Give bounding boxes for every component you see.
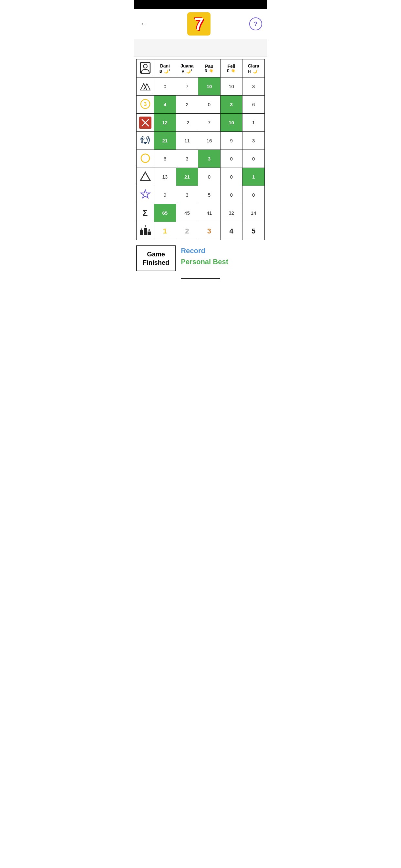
- coin-dani: 4: [154, 96, 176, 114]
- svg-rect-16: [140, 230, 143, 235]
- circle-dani: 6: [154, 150, 176, 168]
- rank-clara: 5: [243, 222, 265, 240]
- game-finished-label: GameFinished: [143, 250, 169, 267]
- svg-rect-17: [148, 231, 151, 235]
- pau-name: Pau: [199, 64, 220, 69]
- clara-info: H 🌙+: [243, 68, 264, 73]
- table-row: 9 3 5 0 0: [136, 186, 265, 204]
- sword-juana: -2: [176, 114, 198, 132]
- circle-feli: 0: [220, 150, 243, 168]
- score-table: Dani B 🌙+ Juana A 🌙+ Pau R ☀️ Feli E ☀️ …: [136, 59, 265, 240]
- laurel-dani: 21: [154, 132, 176, 150]
- juana-name: Juana: [177, 63, 197, 68]
- feli-info: E ☀️: [221, 69, 242, 73]
- sword-clara: 1: [243, 114, 265, 132]
- footer: GameFinished Record Personal Best: [134, 240, 267, 274]
- ad-banner: [134, 39, 267, 57]
- sigma-feli: 32: [220, 204, 243, 222]
- header-icon-col: [136, 59, 154, 78]
- triangle-clara: 1: [243, 168, 265, 186]
- tent-juana: 7: [176, 78, 198, 96]
- svg-marker-14: [141, 190, 150, 198]
- sword-feli: 10: [220, 114, 243, 132]
- laurel-juana: 11: [176, 132, 198, 150]
- clara-name: Clara: [243, 63, 264, 68]
- home-indicator: [181, 278, 220, 279]
- rank-pau: 3: [198, 222, 220, 240]
- footer-labels: Record Personal Best: [181, 245, 228, 266]
- sigma-clara: 14: [243, 204, 265, 222]
- svg-rect-15: [144, 228, 147, 235]
- laurel-clara: 3: [243, 132, 265, 150]
- svg-point-10: [141, 136, 145, 140]
- table-header-row: Dani B 🌙+ Juana A 🌙+ Pau R ☀️ Feli E ☀️ …: [136, 59, 265, 78]
- tent-icon-cell: [136, 78, 154, 96]
- star-icon-cell: [136, 186, 154, 204]
- laurel-feli: 9: [220, 132, 243, 150]
- rank-dani: 1: [154, 222, 176, 240]
- sigma-icon-cell: Σ: [136, 204, 154, 222]
- app-logo: 7: [187, 12, 211, 35]
- svg-text:3: 3: [144, 101, 147, 107]
- coin-feli: 3: [220, 96, 243, 114]
- star-clara: 0: [243, 186, 265, 204]
- game-finished-box: GameFinished: [136, 245, 176, 271]
- table-row: 3 4 2 0 3 6: [136, 96, 265, 114]
- circle-pau: 3: [198, 150, 220, 168]
- star-feli: 0: [220, 186, 243, 204]
- triangle-feli: 0: [220, 168, 243, 186]
- svg-point-12: [141, 154, 150, 162]
- triangle-pau: 0: [198, 168, 220, 186]
- table-row: 21 11 16 9 3: [136, 132, 265, 150]
- dani-info: B 🌙+: [155, 68, 175, 73]
- table-row: 0 7 10 10 3: [136, 78, 265, 96]
- svg-marker-13: [141, 172, 150, 181]
- personal-best-label: Personal Best: [181, 258, 228, 266]
- header-feli: Feli E ☀️: [220, 59, 243, 78]
- sword-dani: 12: [154, 114, 176, 132]
- feli-name: Feli: [221, 64, 242, 69]
- svg-marker-2: [141, 84, 147, 90]
- circle-juana: 3: [176, 150, 198, 168]
- circle-icon-cell: [136, 150, 154, 168]
- laurel-icon-cell: [136, 132, 154, 150]
- logo-number: 7: [194, 16, 204, 32]
- laurel-pau: 16: [198, 132, 220, 150]
- rank-row: 2 1 3 1 2 3 4 5: [136, 222, 265, 240]
- pau-info: R ☀️: [199, 69, 220, 73]
- svg-marker-3: [144, 84, 150, 90]
- table-row: Σ 65 45 41 32 14: [136, 204, 265, 222]
- help-icon: ?: [254, 21, 258, 27]
- sigma-juana: 45: [176, 204, 198, 222]
- star-juana: 3: [176, 186, 198, 204]
- tent-dani: 0: [154, 78, 176, 96]
- status-bar: [134, 0, 267, 9]
- coin-icon-cell: 3: [136, 96, 154, 114]
- sigma-icon: Σ: [143, 208, 148, 218]
- record-label: Record: [181, 247, 228, 255]
- sword-icon-cell: [136, 114, 154, 132]
- rank-feli: 4: [220, 222, 243, 240]
- header-dani: Dani B 🌙+: [154, 59, 176, 78]
- back-button[interactable]: ←: [139, 19, 149, 29]
- rank-icon-cell: 2 1 3: [136, 222, 154, 240]
- nav-bar: ← 7 ?: [134, 9, 267, 39]
- help-button[interactable]: ?: [249, 18, 262, 30]
- triangle-juana: 21: [176, 168, 198, 186]
- svg-point-1: [143, 64, 147, 68]
- circle-clara: 0: [243, 150, 265, 168]
- svg-text:3: 3: [148, 228, 150, 231]
- header-pau: Pau R ☀️: [198, 59, 220, 78]
- coin-clara: 6: [243, 96, 265, 114]
- juana-info: A 🌙+: [177, 68, 197, 73]
- table-row: 12 -2 7 10 1: [136, 114, 265, 132]
- table-row: 13 21 0 0 1: [136, 168, 265, 186]
- star-pau: 5: [198, 186, 220, 204]
- rank-juana: 2: [176, 222, 198, 240]
- tent-feli: 10: [220, 78, 243, 96]
- tent-pau: 10: [198, 78, 220, 96]
- sigma-pau: 41: [198, 204, 220, 222]
- sigma-dani: 65: [154, 204, 176, 222]
- header-clara: Clara H 🌙+: [243, 59, 265, 78]
- table-row: 6 3 3 0 0: [136, 150, 265, 168]
